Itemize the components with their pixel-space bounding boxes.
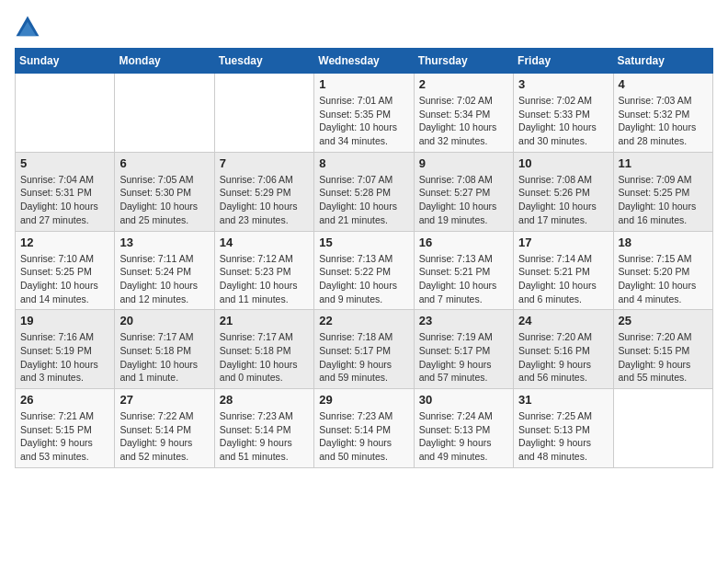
weekday-header: Saturday xyxy=(613,49,712,74)
page-header xyxy=(15,15,713,40)
calendar-week-row: 5Sunrise: 7:04 AM Sunset: 5:31 PM Daylig… xyxy=(16,152,713,231)
calendar-table: SundayMondayTuesdayWednesdayThursdayFrid… xyxy=(15,48,713,468)
day-number: 18 xyxy=(619,236,708,249)
calendar-cell: 9Sunrise: 7:08 AM Sunset: 5:27 PM Daylig… xyxy=(414,152,513,231)
calendar-cell: 17Sunrise: 7:14 AM Sunset: 5:21 PM Dayli… xyxy=(514,231,613,310)
calendar-cell: 25Sunrise: 7:20 AM Sunset: 5:15 PM Dayli… xyxy=(613,310,712,389)
day-number: 29 xyxy=(319,393,408,407)
calendar-cell: 20Sunrise: 7:17 AM Sunset: 5:18 PM Dayli… xyxy=(115,310,214,389)
day-info: Sunrise: 7:08 AM Sunset: 5:27 PM Dayligh… xyxy=(419,173,508,227)
calendar-week-row: 26Sunrise: 7:21 AM Sunset: 5:15 PM Dayli… xyxy=(16,389,713,468)
calendar-cell: 30Sunrise: 7:24 AM Sunset: 5:13 PM Dayli… xyxy=(414,389,513,468)
calendar-cell: 2Sunrise: 7:02 AM Sunset: 5:34 PM Daylig… xyxy=(414,74,513,153)
day-number: 24 xyxy=(518,314,608,327)
weekday-row: SundayMondayTuesdayWednesdayThursdayFrid… xyxy=(16,49,713,74)
calendar-cell: 1Sunrise: 7:01 AM Sunset: 5:35 PM Daylig… xyxy=(314,74,414,153)
day-number: 10 xyxy=(518,156,608,170)
day-number: 20 xyxy=(119,314,209,327)
weekday-header: Monday xyxy=(115,49,214,74)
calendar-cell: 16Sunrise: 7:13 AM Sunset: 5:21 PM Dayli… xyxy=(414,231,513,310)
day-info: Sunrise: 7:16 AM Sunset: 5:19 PM Dayligh… xyxy=(20,330,109,385)
calendar-cell: 31Sunrise: 7:25 AM Sunset: 5:13 PM Dayli… xyxy=(514,389,613,468)
calendar-cell: 5Sunrise: 7:04 AM Sunset: 5:31 PM Daylig… xyxy=(16,152,115,231)
calendar-cell: 26Sunrise: 7:21 AM Sunset: 5:15 PM Dayli… xyxy=(16,389,115,468)
calendar-cell: 11Sunrise: 7:09 AM Sunset: 5:25 PM Dayli… xyxy=(613,152,712,231)
day-info: Sunrise: 7:17 AM Sunset: 5:18 PM Dayligh… xyxy=(119,330,209,385)
calendar-cell: 29Sunrise: 7:23 AM Sunset: 5:14 PM Dayli… xyxy=(314,389,414,468)
day-info: Sunrise: 7:25 AM Sunset: 5:13 PM Dayligh… xyxy=(518,409,608,464)
calendar-cell xyxy=(115,74,214,153)
day-info: Sunrise: 7:23 AM Sunset: 5:14 PM Dayligh… xyxy=(220,409,309,464)
day-number: 22 xyxy=(319,314,408,327)
day-number: 23 xyxy=(419,314,508,327)
calendar-cell: 28Sunrise: 7:23 AM Sunset: 5:14 PM Dayli… xyxy=(214,389,313,468)
day-info: Sunrise: 7:20 AM Sunset: 5:15 PM Dayligh… xyxy=(619,330,708,385)
day-number: 4 xyxy=(619,77,708,91)
calendar-cell xyxy=(16,74,115,153)
day-number: 27 xyxy=(119,393,209,407)
weekday-header: Thursday xyxy=(414,49,513,74)
day-info: Sunrise: 7:22 AM Sunset: 5:14 PM Dayligh… xyxy=(119,409,209,464)
day-info: Sunrise: 7:07 AM Sunset: 5:28 PM Dayligh… xyxy=(319,173,408,227)
day-number: 17 xyxy=(518,236,608,249)
weekday-header: Friday xyxy=(514,49,613,74)
day-info: Sunrise: 7:13 AM Sunset: 5:22 PM Dayligh… xyxy=(319,252,408,306)
day-info: Sunrise: 7:01 AM Sunset: 5:35 PM Dayligh… xyxy=(319,94,408,148)
day-number: 30 xyxy=(419,393,508,407)
weekday-header: Tuesday xyxy=(214,49,313,74)
calendar-header: SundayMondayTuesdayWednesdayThursdayFrid… xyxy=(16,49,713,74)
day-number: 5 xyxy=(20,156,109,170)
calendar-cell: 22Sunrise: 7:18 AM Sunset: 5:17 PM Dayli… xyxy=(314,310,414,389)
day-info: Sunrise: 7:13 AM Sunset: 5:21 PM Dayligh… xyxy=(419,252,508,306)
calendar-cell: 24Sunrise: 7:20 AM Sunset: 5:16 PM Dayli… xyxy=(514,310,613,389)
weekday-header: Sunday xyxy=(16,49,115,74)
day-number: 9 xyxy=(419,156,508,170)
calendar-week-row: 12Sunrise: 7:10 AM Sunset: 5:25 PM Dayli… xyxy=(16,231,713,310)
day-info: Sunrise: 7:18 AM Sunset: 5:17 PM Dayligh… xyxy=(319,330,408,385)
calendar-cell: 13Sunrise: 7:11 AM Sunset: 5:24 PM Dayli… xyxy=(115,231,214,310)
day-number: 11 xyxy=(619,156,708,170)
day-number: 26 xyxy=(20,393,109,407)
day-info: Sunrise: 7:20 AM Sunset: 5:16 PM Dayligh… xyxy=(518,330,608,385)
calendar-body: 1Sunrise: 7:01 AM Sunset: 5:35 PM Daylig… xyxy=(16,74,713,468)
calendar-cell: 19Sunrise: 7:16 AM Sunset: 5:19 PM Dayli… xyxy=(16,310,115,389)
day-info: Sunrise: 7:08 AM Sunset: 5:26 PM Dayligh… xyxy=(518,173,608,227)
calendar-cell: 23Sunrise: 7:19 AM Sunset: 5:17 PM Dayli… xyxy=(414,310,513,389)
day-number: 12 xyxy=(20,236,109,249)
day-info: Sunrise: 7:12 AM Sunset: 5:23 PM Dayligh… xyxy=(220,252,309,306)
day-info: Sunrise: 7:04 AM Sunset: 5:31 PM Dayligh… xyxy=(20,173,109,227)
day-number: 19 xyxy=(20,314,109,327)
calendar-cell: 27Sunrise: 7:22 AM Sunset: 5:14 PM Dayli… xyxy=(115,389,214,468)
day-info: Sunrise: 7:03 AM Sunset: 5:32 PM Dayligh… xyxy=(619,94,708,148)
day-info: Sunrise: 7:05 AM Sunset: 5:30 PM Dayligh… xyxy=(119,173,209,227)
day-number: 21 xyxy=(220,314,309,327)
day-number: 16 xyxy=(419,236,508,249)
day-info: Sunrise: 7:24 AM Sunset: 5:13 PM Dayligh… xyxy=(419,409,508,464)
calendar-cell: 4Sunrise: 7:03 AM Sunset: 5:32 PM Daylig… xyxy=(613,74,712,153)
calendar-cell: 18Sunrise: 7:15 AM Sunset: 5:20 PM Dayli… xyxy=(613,231,712,310)
day-number: 1 xyxy=(319,77,408,91)
day-number: 13 xyxy=(119,236,209,249)
calendar-week-row: 1Sunrise: 7:01 AM Sunset: 5:35 PM Daylig… xyxy=(16,74,713,153)
day-number: 8 xyxy=(319,156,408,170)
calendar-cell: 15Sunrise: 7:13 AM Sunset: 5:22 PM Dayli… xyxy=(314,231,414,310)
calendar-cell: 6Sunrise: 7:05 AM Sunset: 5:30 PM Daylig… xyxy=(115,152,214,231)
day-info: Sunrise: 7:11 AM Sunset: 5:24 PM Dayligh… xyxy=(119,252,209,306)
day-number: 6 xyxy=(119,156,209,170)
day-info: Sunrise: 7:10 AM Sunset: 5:25 PM Dayligh… xyxy=(20,252,109,306)
day-info: Sunrise: 7:19 AM Sunset: 5:17 PM Dayligh… xyxy=(419,330,508,385)
day-number: 31 xyxy=(518,393,608,407)
day-info: Sunrise: 7:17 AM Sunset: 5:18 PM Dayligh… xyxy=(220,330,309,385)
day-number: 2 xyxy=(419,77,508,91)
logo xyxy=(15,15,44,40)
calendar-cell: 21Sunrise: 7:17 AM Sunset: 5:18 PM Dayli… xyxy=(214,310,313,389)
calendar-cell: 3Sunrise: 7:02 AM Sunset: 5:33 PM Daylig… xyxy=(514,74,613,153)
logo-icon xyxy=(15,15,40,40)
day-number: 28 xyxy=(220,393,309,407)
calendar-week-row: 19Sunrise: 7:16 AM Sunset: 5:19 PM Dayli… xyxy=(16,310,713,389)
day-info: Sunrise: 7:09 AM Sunset: 5:25 PM Dayligh… xyxy=(619,173,708,227)
calendar-cell xyxy=(214,74,313,153)
day-number: 3 xyxy=(518,77,608,91)
day-number: 7 xyxy=(220,156,309,170)
day-number: 15 xyxy=(319,236,408,249)
